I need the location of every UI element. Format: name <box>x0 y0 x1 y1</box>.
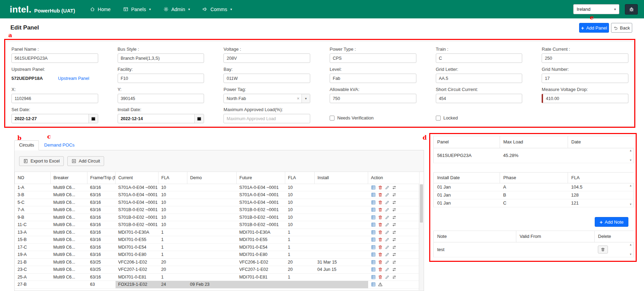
nav-item-comms[interactable]: Comms▾ <box>197 3 237 15</box>
calendar-icon[interactable] <box>88 114 98 123</box>
table-icon[interactable] <box>371 207 376 212</box>
scrollbar-thumb[interactable] <box>420 184 423 223</box>
table-icon[interactable] <box>371 200 376 205</box>
swap-icon[interactable] <box>392 222 397 227</box>
upstream-panel-link[interactable]: Upstream Panel <box>58 76 89 81</box>
measure-voltage-drop-input[interactable] <box>542 94 628 103</box>
scroll-down-icon[interactable]: ▼ <box>629 203 632 206</box>
circuit-row-23-C[interactable]: 23-CMulti9 C6...63/25VFC207-1-E0220VFC20… <box>15 266 420 274</box>
trash-icon[interactable] <box>378 185 383 190</box>
install-date-datepicker[interactable]: 2022-12-14 <box>118 114 204 123</box>
region-select[interactable]: Ireland ▾ <box>573 4 619 14</box>
column-header-no-0[interactable]: NO <box>15 172 51 184</box>
swap-icon[interactable] <box>392 185 397 190</box>
tab-circuits[interactable]: Circuits <box>14 140 39 150</box>
table-icon[interactable] <box>371 252 376 257</box>
pencil-icon[interactable] <box>385 275 390 280</box>
grid-number-input[interactable] <box>542 74 628 83</box>
warning-triangle-icon[interactable] <box>378 282 383 287</box>
pencil-icon[interactable] <box>385 222 390 227</box>
bus-style-input[interactable] <box>118 53 204 63</box>
swap-icon[interactable] <box>392 230 397 235</box>
table-icon[interactable] <box>371 267 376 272</box>
calendar-icon[interactable] <box>194 114 204 123</box>
table-icon[interactable] <box>371 222 376 227</box>
nav-item-admin[interactable]: Admin▾ <box>159 3 195 15</box>
locked-checkbox-label[interactable]: Locked <box>436 115 523 120</box>
add-panel-button[interactable]: + Add Panel <box>579 23 609 33</box>
mini-scrollbar[interactable]: ▲▼ <box>628 148 633 163</box>
pencil-icon[interactable] <box>385 260 390 265</box>
trash-icon[interactable] <box>378 200 383 205</box>
trash-icon[interactable] <box>378 222 383 227</box>
table-icon[interactable] <box>371 237 376 242</box>
trash-icon[interactable] <box>378 267 383 272</box>
set-date-datepicker[interactable]: 2022-12-27 <box>11 114 98 123</box>
export-to-excel-button[interactable]: Export to Excel <box>19 156 64 166</box>
grid-letter-input[interactable] <box>436 74 523 83</box>
swap-icon[interactable] <box>392 200 397 205</box>
circuit-row-19-A[interactable]: 19-AMulti9 C6...63/16MDI701-0-E801MDI701… <box>15 251 420 259</box>
tab-demand-pocs[interactable]: Demand POCs <box>39 141 79 150</box>
mini-scrollbar[interactable]: ▲▼ <box>628 183 633 207</box>
add-circuit-button[interactable]: Add Circuit <box>67 156 104 166</box>
scroll-down-icon[interactable]: ▼ <box>629 159 632 162</box>
trash-icon[interactable] <box>378 215 383 220</box>
swap-icon[interactable] <box>392 215 397 220</box>
facility-input[interactable] <box>118 74 204 83</box>
scroll-down-icon[interactable]: ▼ <box>629 253 632 256</box>
pencil-icon[interactable] <box>385 185 390 190</box>
pencil-icon[interactable] <box>385 200 390 205</box>
bay-input[interactable] <box>223 74 310 83</box>
pencil-icon[interactable] <box>385 230 390 235</box>
circuit-row-9-B[interactable]: 9-BMulti9 C6...63/16S701B-0-E02 ~000110S… <box>15 214 420 221</box>
pencil-icon[interactable] <box>385 267 390 272</box>
nav-item-panels[interactable]: Panels▾ <box>118 3 156 15</box>
swap-icon[interactable] <box>392 275 397 280</box>
table-icon[interactable] <box>371 192 376 197</box>
locked-checkbox[interactable] <box>436 116 441 120</box>
pencil-icon[interactable] <box>385 192 390 197</box>
back-button[interactable]: Back <box>611 23 632 33</box>
circuit-row-21-B[interactable]: 21-BMulti9 C6...63/25VFC206-1-E0220VFC20… <box>15 258 420 266</box>
circuit-row-17-C[interactable]: 17-CMulti9 C6...63/16MDI701-0-E541MDI701… <box>15 243 420 251</box>
pencil-icon[interactable] <box>385 237 390 242</box>
rate-current-input[interactable] <box>542 53 628 63</box>
trash-icon[interactable] <box>378 260 383 265</box>
x-input[interactable] <box>11 94 98 103</box>
swap-icon[interactable] <box>392 245 397 250</box>
circuit-row-5-C[interactable]: 5-CMulti9 C6...63/16S701A-0-E04 ~000110S… <box>15 199 420 206</box>
table-icon[interactable] <box>371 260 376 265</box>
vertical-scrollbar[interactable] <box>419 184 424 290</box>
delete-note-button[interactable] <box>598 246 608 253</box>
scroll-up-icon[interactable]: ▲ <box>629 184 632 187</box>
circuit-row-27-B[interactable]: 27-B63FOX219-1-E022409 Feb 23 <box>15 281 420 289</box>
table-icon[interactable] <box>371 282 376 287</box>
circuit-row-3-B[interactable]: 3-BMulti9 C6...63/16S701A-0-E04 ~000110S… <box>15 191 420 199</box>
circuit-row-15-B[interactable]: 15-BMulti9 C6...63/16MDI701-0-E551MDI701… <box>15 236 420 244</box>
trash-icon[interactable] <box>378 207 383 212</box>
circuit-row-7-A[interactable]: 7-AMulti9 C6...63/16S701B-0-E02 ~000110S… <box>15 206 420 214</box>
swap-icon[interactable] <box>392 207 397 212</box>
swap-icon[interactable] <box>392 192 397 197</box>
column-header-fla-7[interactable]: FLA <box>285 172 315 184</box>
maximum-approved-load-input[interactable] <box>223 114 310 123</box>
train-input[interactable] <box>436 53 523 63</box>
pencil-icon[interactable] <box>385 207 390 212</box>
power-type-input[interactable] <box>330 53 416 63</box>
level-input[interactable] <box>330 74 416 83</box>
trash-icon[interactable] <box>378 230 383 235</box>
column-header-demo-5[interactable]: Demo <box>187 172 237 184</box>
bug-report-button[interactable] <box>625 4 638 15</box>
swap-icon[interactable] <box>392 252 397 257</box>
pencil-icon[interactable] <box>385 245 390 250</box>
circuit-row-11-C[interactable]: 11-CMulti9 C6...63/16S701B-0-E02 ~000110… <box>15 221 420 229</box>
table-icon[interactable] <box>371 215 376 220</box>
swap-icon[interactable] <box>392 267 397 272</box>
pencil-icon[interactable] <box>385 215 390 220</box>
column-header-action-9[interactable]: Action <box>368 172 420 184</box>
trash-icon[interactable] <box>378 275 383 280</box>
circuit-row-1-A[interactable]: 1-AMulti9 C6...63/16S701A-0-E04 ~000110S… <box>15 184 420 191</box>
swap-icon[interactable] <box>392 260 397 265</box>
mini-scrollbar[interactable]: ▲▼ <box>628 242 633 257</box>
